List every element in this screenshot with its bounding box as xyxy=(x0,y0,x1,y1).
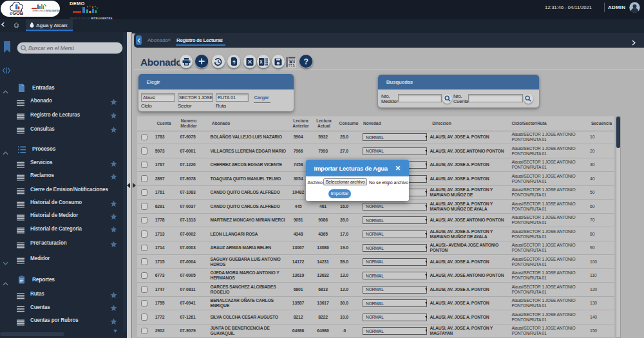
svg-text:?: ? xyxy=(304,57,308,66)
